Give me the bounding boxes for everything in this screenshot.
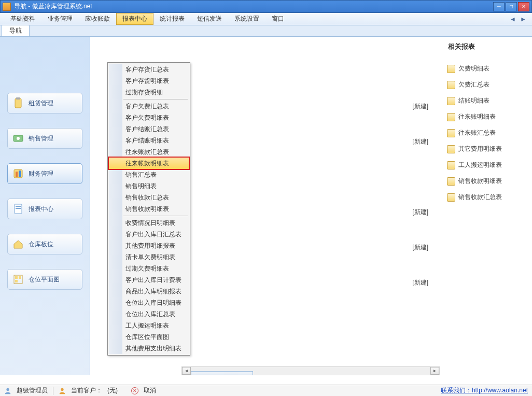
report-icon (447, 145, 455, 153)
report-icon (447, 193, 455, 202)
status-cancel[interactable]: 取消 (144, 386, 156, 395)
dropdown-item-其他费用支出明细表[interactable]: 其他费用支出明细表 (109, 343, 189, 354)
menu-系统设置[interactable]: 系统设置 (228, 13, 265, 25)
svg-rect-11 (15, 276, 18, 279)
statusbar: 超级管理员 当前客户： (无) ✕ 取消 联系我们：http://www.aol… (0, 385, 532, 396)
dropdown-item-客户存货明细表[interactable]: 客户存货明细表 (109, 75, 189, 87)
nav-label: 财务管理 (29, 169, 53, 178)
row-new-link[interactable]: [新建] (412, 102, 428, 111)
close-button[interactable]: ✕ (518, 2, 529, 11)
scroll-right-arrow[interactable]: ► (430, 367, 439, 375)
report-dropdown: 客户存货汇总表客户存货明细表过期存货明细客户欠费汇总表客户欠费明细表客户结账汇总… (107, 62, 190, 356)
scroll-left-arrow[interactable]: ◄ (182, 367, 191, 375)
nav-icon (12, 167, 24, 180)
nav-icon (12, 238, 24, 250)
row-new-link[interactable]: [新建] (412, 243, 428, 252)
report-item-工人搬运明细表[interactable]: 工人搬运明细表 (445, 157, 528, 173)
dropdown-item-客户结账明细表[interactable]: 客户结账明细表 (109, 135, 189, 146)
minimize-button[interactable]: ─ (493, 2, 505, 11)
dropdown-item-客户存货汇总表[interactable]: 客户存货汇总表 (109, 64, 189, 75)
dropdown-item-其他费用明细报表[interactable]: 其他费用明细报表 (109, 240, 189, 251)
report-item-欠费明细表[interactable]: 欠费明细表 (445, 61, 528, 77)
dropdown-item-工人搬运明细表[interactable]: 工人搬运明细表 (109, 320, 189, 331)
status-customer-label: 当前客户： (71, 386, 102, 395)
nav-btn-租赁管理[interactable]: 租赁管理 (7, 93, 82, 114)
dropdown-item-客户出入库日汇总表[interactable]: 客户出入库日汇总表 (109, 229, 189, 240)
menu-统计报表[interactable]: 统计报表 (153, 13, 191, 25)
right-panel: 相关报表 欠费明细表欠费汇总表结账明细表往来账明细表往来账汇总表其它费用明细表工… (441, 37, 532, 375)
customer-icon (59, 387, 66, 394)
nav-btn-财务管理[interactable]: 财务管理 (7, 163, 82, 184)
navtab-item[interactable]: 导航 (2, 25, 30, 36)
main-area: 财务管理 — 傲蓝 v5.2 租赁管理销售管理财务管理报表中心仓库板位仓位平面图… (0, 37, 532, 375)
report-icon (447, 161, 455, 169)
nav-icon (12, 203, 24, 215)
dropdown-item-仓位出入库汇总表[interactable]: 仓位出入库汇总表 (109, 308, 189, 320)
svg-rect-12 (19, 276, 21, 279)
menu-报表中心[interactable]: 报表中心 (116, 13, 153, 25)
svg-rect-0 (15, 98, 21, 108)
nav-label: 销售管理 (29, 134, 53, 143)
report-item-往来账汇总表[interactable]: 往来账汇总表 (445, 125, 528, 141)
dropdown-item-销售收款明细表[interactable]: 销售收款明细表 (109, 203, 189, 215)
report-icon (447, 129, 455, 137)
nav-btn-仓位平面图[interactable]: 仓位平面图 (7, 269, 82, 290)
dropdown-item-商品出入库明细报表[interactable]: 商品出入库明细报表 (109, 286, 189, 297)
menu-业务管理[interactable]: 业务管理 (41, 13, 79, 25)
horizontal-scrollbar[interactable]: ◄ ► (181, 366, 440, 375)
row-new-link[interactable]: [新建] (412, 208, 428, 217)
dropdown-item-销售汇总表[interactable]: 销售汇总表 (109, 169, 189, 180)
dropdown-item-客户欠费汇总表[interactable]: 客户欠费汇总表 (109, 101, 189, 112)
nav-icon (12, 132, 24, 145)
dropdown-item-仓库区位平面图[interactable]: 仓库区位平面图 (109, 331, 189, 343)
report-item-销售收款明细表[interactable]: 销售收款明细表 (445, 173, 528, 189)
nav-btn-销售管理[interactable]: 销售管理 (7, 128, 82, 149)
nav-btn-报表中心[interactable]: 报表中心 (7, 199, 82, 219)
menu-应收账款[interactable]: 应收账款 (79, 13, 116, 25)
row-new-link[interactable]: [新建] (412, 278, 428, 287)
dropdown-item-往来帐款明细表[interactable]: 往来帐款明细表 (108, 157, 189, 169)
scroll-thumb[interactable] (191, 371, 253, 376)
svg-point-15 (61, 388, 63, 390)
menu-next[interactable]: ► (519, 15, 528, 24)
row-new-link[interactable]: [新建] (412, 137, 428, 146)
report-label: 销售收款明细表 (458, 177, 502, 186)
report-item-往来账明细表[interactable]: 往来账明细表 (445, 109, 528, 125)
report-label: 其它费用明细表 (458, 145, 502, 153)
dropdown-item-仓位出入库日明细表[interactable]: 仓位出入库日明细表 (109, 297, 189, 308)
dropdown-item-过期欠费明细表[interactable]: 过期欠费明细表 (109, 263, 189, 274)
dropdown-item-销售收款汇总表[interactable]: 销售收款汇总表 (109, 192, 189, 203)
nav-label: 租赁管理 (29, 99, 53, 108)
menu-窗口[interactable]: 窗口 (265, 13, 290, 25)
menu-prev[interactable]: ◄ (508, 15, 517, 24)
cancel-icon[interactable]: ✕ (131, 387, 138, 394)
dropdown-item-过期存货明细[interactable]: 过期存货明细 (109, 87, 189, 98)
maximize-button[interactable]: □ (506, 2, 517, 11)
svg-rect-5 (16, 172, 18, 177)
report-item-欠费汇总表[interactable]: 欠费汇总表 (445, 77, 528, 93)
nav-btn-仓库板位[interactable]: 仓库板位 (7, 234, 82, 254)
report-item-结账明细表[interactable]: 结账明细表 (445, 93, 528, 109)
menu-短信发送[interactable]: 短信发送 (191, 13, 228, 25)
dropdown-item-往来账款汇总表[interactable]: 往来账款汇总表 (109, 146, 189, 158)
report-label: 欠费汇总表 (458, 80, 489, 89)
svg-rect-9 (16, 208, 21, 209)
user-icon (4, 387, 11, 394)
svg-point-14 (6, 388, 9, 390)
menu-基础资料[interactable]: 基础资料 (4, 13, 41, 25)
dropdown-item-收费情况日明细表[interactable]: 收费情况日明细表 (109, 217, 189, 229)
dropdown-item-客户出入库日计费表[interactable]: 客户出入库日计费表 (109, 274, 189, 286)
report-item-其它费用明细表[interactable]: 其它费用明细表 (445, 141, 528, 157)
report-label: 销售收款汇总表 (458, 193, 502, 202)
dropdown-item-客户结账汇总表[interactable]: 客户结账汇总表 (109, 123, 189, 135)
titlebar: 导航 - 傲蓝冷库管理系统.net ─ □ ✕ (0, 0, 532, 13)
contact-link[interactable]: 联系我们：http://www.aolan.net (441, 386, 528, 395)
report-label: 结账明细表 (458, 96, 489, 105)
nav-icon (12, 97, 24, 109)
svg-point-3 (17, 137, 20, 140)
dropdown-item-清卡单欠费明细表[interactable]: 清卡单欠费明细表 (109, 251, 189, 263)
report-label: 往来账汇总表 (458, 129, 496, 137)
dropdown-item-客户欠费明细表[interactable]: 客户欠费明细表 (109, 112, 189, 123)
dropdown-item-销售明细表[interactable]: 销售明细表 (109, 180, 189, 192)
report-item-销售收款汇总表[interactable]: 销售收款汇总表 (445, 189, 528, 205)
